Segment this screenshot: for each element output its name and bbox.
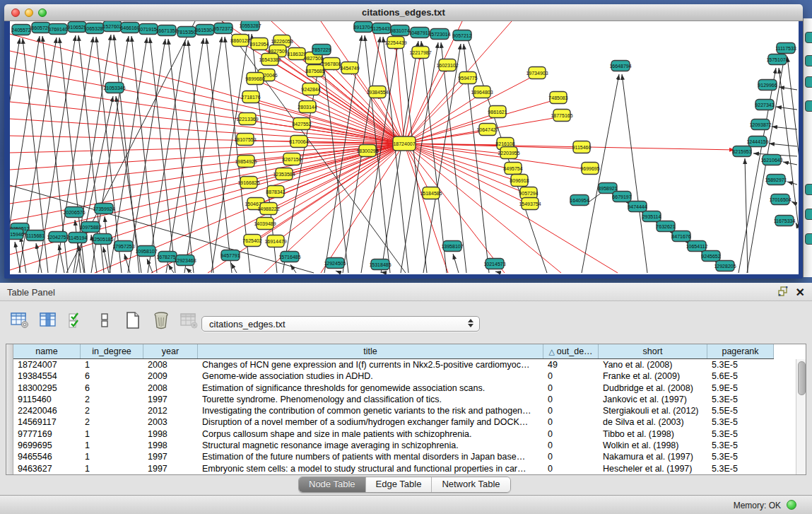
graph-node[interactable]: 1527602	[102, 21, 122, 32]
graph-node[interactable]: 16914479	[264, 235, 286, 247]
table-cell[interactable]: 9115460	[13, 394, 81, 405]
table-cell[interactable]: 5.5E-5	[707, 405, 774, 416]
graph-node[interactable]: 15184585	[420, 187, 442, 199]
graph-node[interactable]: 8860128	[230, 35, 249, 47]
table-row[interactable]: 1456911722003Disruption of a novel membe…	[13, 416, 796, 428]
table-cell[interactable]: Nakamura et al. (1997)	[599, 451, 707, 462]
graph-node[interactable]: 6679197	[612, 192, 631, 202]
graph-node[interactable]: 9831074	[390, 25, 409, 36]
graph-node[interactable]: 9457791	[220, 250, 240, 261]
graph-node[interactable]: 19166825	[237, 177, 259, 189]
table-cell[interactable]: 49	[543, 359, 599, 370]
table-cell[interactable]: de Silva et al. (2003)	[599, 416, 707, 428]
table-row[interactable]: 969969511998Structural magnetic resonanc…	[13, 440, 796, 451]
graph-node[interactable]: 8878342	[266, 186, 285, 198]
table-cell[interactable]: 1998	[143, 428, 198, 440]
table-cell[interactable]: Tourette syndrome. Phenomenology and cla…	[198, 394, 543, 405]
table-cell[interactable]: 6	[81, 382, 143, 394]
graph-node[interactable]: 10654112	[686, 241, 708, 252]
graph-node[interactable]: 14039489	[254, 218, 276, 230]
table-cell[interactable]: 2012	[143, 405, 198, 416]
graph-node[interactable]: 11675334	[774, 216, 796, 226]
table-cell[interactable]: Jankovic et al. (1997)	[599, 394, 707, 405]
graph-node[interactable]: 17957253	[112, 241, 134, 252]
graph-node[interactable]: 15318485	[369, 259, 391, 270]
tab-edge-table[interactable]: Edge Table	[365, 477, 432, 492]
graph-node[interactable]: 8215953	[732, 146, 751, 157]
table-cell[interactable]: Structural magnetic resonance image aver…	[198, 440, 543, 451]
graph-node[interactable]: 15892971	[765, 175, 787, 185]
graph-node[interactable]: 19384554	[366, 86, 388, 98]
table-cell[interactable]: 5.9E-5	[707, 382, 774, 394]
delete-table-icon[interactable]	[151, 311, 170, 329]
graph-node[interactable]: 16023102	[436, 59, 458, 71]
table-row[interactable]: 1872400712008Changes of HCN gene express…	[13, 359, 796, 370]
graph-node[interactable]: 16210643	[760, 155, 782, 165]
table-cell[interactable]: Dudbridge et al. (2008)	[599, 382, 707, 394]
column-header-title[interactable]: title	[198, 344, 543, 358]
column-header-short[interactable]: short	[599, 344, 707, 358]
graph-node[interactable]: 11254439	[371, 23, 393, 34]
graph-node[interactable]: 22203955	[498, 147, 519, 159]
graph-node[interactable]: 19734903	[526, 67, 548, 79]
graph-node[interactable]: 9594775	[458, 72, 477, 84]
graph-node[interactable]: 12505185	[91, 234, 113, 245]
graph-node[interactable]: 16671358	[155, 25, 177, 36]
graph-node[interactable]: 21053346	[103, 83, 125, 93]
table-cell[interactable]: Stergiakouli et al. (2012)	[599, 405, 707, 416]
table-cell[interactable]: 2008	[143, 382, 198, 394]
graph-node[interactable]: 12923468	[174, 255, 196, 266]
table-cell[interactable]: Changes of HCN gene expression and I(f) …	[198, 359, 543, 370]
table-cell[interactable]: 0	[543, 382, 599, 394]
table-cell[interactable]: Hescheler et al. (1997)	[599, 463, 707, 474]
show-columns-icon[interactable]	[38, 311, 57, 329]
table-cell[interactable]: 1	[81, 463, 143, 474]
table-row[interactable]: 2242004622012Investigating the contribut…	[13, 405, 796, 416]
graph-node[interactable]: 13958107	[441, 241, 463, 252]
table-cell[interactable]: 1997	[143, 451, 198, 462]
table-cell[interactable]: 2008	[143, 359, 198, 370]
graph-node[interactable]: 8170064	[289, 136, 308, 148]
table-cell[interactable]: Estimation of the future numbers of pati…	[198, 451, 543, 462]
graph-node[interactable]: 12042757	[47, 232, 69, 243]
close-panel-icon[interactable]: ✕	[796, 287, 805, 298]
table-cell[interactable]: 2	[81, 416, 143, 428]
graph-node[interactable]: 12924505	[324, 258, 346, 269]
tab-network-table[interactable]: Network Table	[431, 477, 510, 492]
graph-node[interactable]: 2718176	[241, 91, 260, 103]
graph-node[interactable]: 8427552	[292, 118, 311, 130]
table-row[interactable]: 1938455462009Genome-wide association stu…	[13, 370, 796, 382]
table-cell[interactable]: 5.3E-5	[707, 440, 774, 451]
table-cell[interactable]: Yano et al. (2008)	[599, 359, 707, 370]
graph-node[interactable]: 18300295	[356, 145, 378, 157]
table-settings-icon[interactable]	[10, 311, 29, 329]
graph-node[interactable]: 8096918	[510, 175, 529, 187]
column-header-pagerank[interactable]: pagerank	[707, 344, 774, 358]
table-cell[interactable]: 5.3E-5	[707, 359, 774, 370]
graph-node[interactable]: 8912954	[249, 38, 269, 50]
table-cell[interactable]: Estimation of significance thresholds fo…	[198, 382, 543, 394]
select-rows-icon[interactable]	[66, 311, 86, 329]
column-header-in-degree[interactable]: in_degree	[81, 344, 143, 358]
graph-node[interactable]: 17016504	[769, 194, 791, 205]
graph-node[interactable]: 17359924	[93, 204, 114, 214]
graph-node[interactable]: 8454749	[340, 62, 359, 74]
table-cell[interactable]: 0	[543, 416, 599, 428]
float-panel-icon[interactable]	[777, 286, 789, 300]
tab-node-table[interactable]: Node Table	[299, 477, 365, 492]
graph-node[interactable]: 18107553	[234, 134, 256, 146]
graph-node[interactable]: 8471676	[671, 231, 690, 242]
table-row[interactable]: 946554611997Estimation of the future num…	[13, 451, 796, 462]
table-cell[interactable]: 6	[81, 370, 143, 382]
table-cell[interactable]: 1998	[143, 440, 198, 451]
table-cell[interactable]: Wolkin et al. (1998)	[599, 440, 707, 451]
table-cell[interactable]: 0	[543, 428, 599, 440]
column-header-out-de-[interactable]: △out_de…	[543, 344, 599, 358]
table-cell[interactable]: 2	[81, 405, 143, 416]
graph-node[interactable]: 10214573	[483, 259, 505, 269]
graph-node[interactable]: 12254439	[384, 37, 406, 49]
graph-node[interactable]: 9899680	[245, 73, 264, 85]
graph-node[interactable]: 12213369	[236, 113, 258, 125]
graph-node[interactable]: 10553287	[239, 21, 261, 31]
graph-node[interactable]: 9861621	[488, 106, 507, 118]
